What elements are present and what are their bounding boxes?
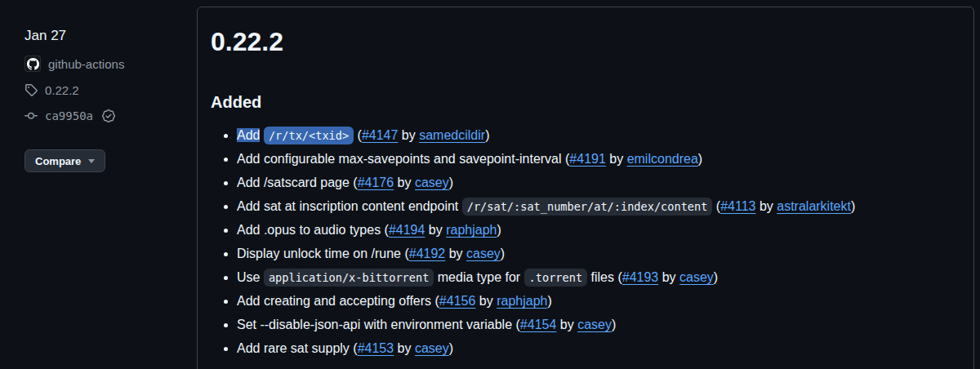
verified-check-icon[interactable] — [102, 109, 115, 122]
changelog-item: Set --disable-json-api with environment … — [237, 315, 960, 335]
user-link[interactable]: casey — [415, 341, 449, 355]
item-text: by — [394, 341, 415, 355]
pr-link[interactable]: #4113 — [720, 199, 755, 213]
github-logo-icon[interactable] — [24, 56, 41, 72]
item-text: media type for — [434, 270, 523, 284]
changelog-item: Display unlock time on /rune (#4192 by c… — [237, 244, 960, 264]
item-text: ) — [485, 128, 489, 142]
pr-link[interactable]: #4176 — [358, 176, 394, 189]
item-text: ) — [714, 270, 718, 284]
item-text: ) — [851, 199, 855, 213]
user-link[interactable]: casey — [415, 176, 449, 189]
changelog-item: Use application/x-bittorrent media type … — [237, 268, 960, 287]
item-text: by — [475, 294, 497, 308]
release-card: 0.22.2 Added Add /r/tx/<txid> (#4147 by … — [197, 7, 974, 369]
changelog-item: Add rare sat supply (#4153 by casey) — [237, 339, 960, 358]
item-text: by — [394, 176, 415, 189]
author-row: github-actions — [24, 56, 197, 72]
item-text: Add sat at inscription content endpoint — [237, 199, 462, 213]
pr-link[interactable]: #4192 — [409, 247, 446, 260]
item-text: files ( — [587, 270, 622, 284]
changelog-item: Add /r/tx/<txid> (#4147 by samedcildir) — [237, 126, 960, 145]
item-text: Add .opus to audio types ( — [237, 223, 389, 237]
changelog-item: Add .opus to audio types (#4194 by raphj… — [237, 220, 960, 240]
inline-code: application/x-bittorrent — [264, 269, 434, 287]
item-text: by — [556, 318, 577, 331]
pr-link[interactable]: #4154 — [520, 318, 557, 331]
item-text: ( — [712, 199, 720, 213]
item-text: ) — [449, 341, 453, 355]
user-link[interactable]: raphjaph — [497, 294, 547, 308]
release-date: Jan 27 — [24, 28, 197, 44]
user-link[interactable]: emilcondrea — [627, 152, 698, 166]
user-link[interactable]: raphjaph — [446, 223, 497, 237]
commit-sha-link[interactable]: ca9950a — [45, 109, 93, 122]
changelog-item: Add configurable max-savepoints and save… — [237, 149, 960, 169]
release-title: 0.22.2 — [211, 25, 960, 58]
user-link[interactable]: casey — [679, 270, 714, 284]
git-commit-icon — [24, 109, 38, 122]
item-text: Set --disable-json-api with environment … — [237, 318, 520, 331]
compare-button[interactable]: Compare — [24, 149, 105, 172]
item-text: Add rare sat supply ( — [237, 341, 358, 355]
item-text: Display unlock time on /rune ( — [237, 247, 409, 260]
item-text: ) — [449, 176, 453, 189]
item-text: ) — [698, 152, 702, 166]
pr-link[interactable]: #4193 — [622, 270, 659, 284]
tag-row: 0.22.2 — [24, 82, 197, 98]
item-text: by — [755, 199, 777, 213]
inline-code: /r/tx/<txid> — [264, 127, 354, 144]
pr-link[interactable]: #4191 — [569, 152, 606, 166]
changelog-item: Add creating and accepting offers (#4156… — [237, 291, 960, 311]
pr-link[interactable]: #4156 — [439, 294, 476, 308]
pr-link[interactable]: #4194 — [389, 223, 425, 237]
changelog-list: Add /r/tx/<txid> (#4147 by samedcildir)A… — [211, 126, 960, 358]
item-text: Add configurable max-savepoints and save… — [237, 152, 569, 166]
tag-name: 0.22.2 — [45, 83, 79, 97]
item-text: Add — [237, 128, 260, 142]
tag-icon — [24, 83, 38, 96]
inline-code: /r/sat/:sat_number/at/:index/content — [462, 198, 713, 216]
item-text: ) — [501, 247, 505, 260]
compare-button-label: Compare — [35, 155, 81, 167]
item-text: Add creating and accepting offers ( — [237, 294, 439, 308]
item-text: Use — [237, 270, 264, 284]
item-text: Add /satscard page ( — [237, 176, 358, 189]
item-text: ( — [354, 128, 362, 142]
user-link[interactable]: casey — [466, 247, 501, 260]
section-heading-added: Added — [211, 92, 960, 113]
release-sidebar: Jan 27 github-actions 0.22.2 ca9950a Com… — [0, 0, 197, 369]
chevron-down-icon — [88, 159, 95, 163]
user-link[interactable]: samedcildir — [419, 128, 485, 142]
item-text: by — [425, 223, 446, 237]
item-text: by — [658, 270, 679, 284]
item-text: ) — [612, 318, 616, 331]
pr-link[interactable]: #4153 — [358, 341, 394, 355]
item-text: by — [445, 247, 466, 260]
pr-link[interactable]: #4147 — [362, 128, 399, 142]
changelog-item: Add /satscard page (#4176 by casey) — [237, 173, 960, 193]
changelog-item: Add sat at inscription content endpoint … — [237, 197, 960, 216]
item-text: ) — [497, 223, 501, 237]
item-text: by — [398, 128, 419, 142]
user-link[interactable]: casey — [577, 318, 612, 331]
author-name[interactable]: github-actions — [48, 57, 124, 71]
item-text: ) — [547, 294, 551, 308]
commit-row: ca9950a — [24, 108, 197, 124]
user-link[interactable]: astralarkitekt — [777, 199, 851, 213]
item-text: by — [606, 152, 627, 166]
inline-code: .torrent — [524, 269, 587, 287]
